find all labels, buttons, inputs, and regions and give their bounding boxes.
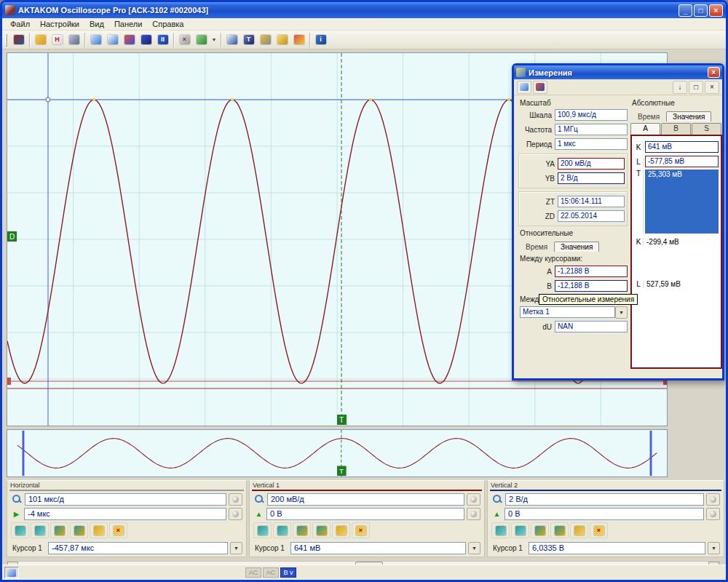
t-value-selected[interactable]: 25,303 мВ (645, 170, 719, 234)
zoom-button[interactable] (87, 32, 104, 48)
vertical1-offset-field[interactable]: 0 В (266, 508, 464, 520)
markers-button[interactable] (193, 32, 210, 48)
overview-strip[interactable]: T (7, 429, 668, 477)
horizontal-cursor1-dropdown[interactable]: ▼ (230, 542, 242, 554)
minimize-button[interactable]: _ (678, 4, 692, 17)
period-field[interactable]: 1 мкс (555, 138, 628, 150)
relative-tab-values[interactable]: Значения (554, 242, 599, 252)
vertical2-offset-field[interactable]: 0 В (505, 508, 704, 520)
menu-help[interactable]: Справка (147, 19, 189, 29)
vertical2-cursor-track-button[interactable] (550, 522, 569, 538)
vertical2-scale-knob[interactable] (706, 493, 720, 506)
yb-field[interactable]: 2 В/д (558, 172, 625, 184)
dock-panel-button[interactable]: ↓ (673, 81, 687, 94)
close-button[interactable]: × (709, 4, 723, 17)
horizontal-offset-field[interactable]: -4 мкс (24, 508, 226, 520)
vertical2-cursor-grid-button[interactable] (570, 522, 588, 538)
du-field[interactable]: NAN (555, 321, 628, 332)
ya-label: YA (521, 160, 558, 168)
meter-button[interactable] (223, 32, 240, 48)
vertical1-cursor-link-button[interactable] (293, 522, 311, 538)
vertical1-offset-knob[interactable] (467, 508, 480, 520)
print-button[interactable] (66, 32, 82, 48)
vertical1-cursor1-field[interactable]: 641 мВ (290, 542, 466, 554)
horizontal-cursor-right-button[interactable] (31, 522, 49, 538)
cursor-a-field[interactable]: -1,2188 В (555, 266, 628, 277)
vertical1-scale-knob[interactable] (467, 493, 480, 506)
horizontal-scale-field[interactable]: 101 мкс/д (25, 493, 226, 506)
open-folder-button[interactable] (32, 32, 49, 48)
maximize-button[interactable]: □ (694, 4, 708, 17)
channel-tab-a[interactable]: A (630, 123, 660, 135)
toolbar-grip[interactable] (5, 33, 7, 47)
spectrum-button[interactable] (121, 32, 138, 48)
show-plot-button[interactable] (517, 81, 531, 94)
vertical1-cursor-track-button[interactable] (312, 522, 331, 538)
vertical2-cursor-link-button[interactable] (531, 522, 549, 538)
horizontal-cursor-clear-button[interactable]: × (109, 522, 127, 538)
close-panel-button[interactable]: × (705, 81, 719, 94)
horizontal-cursor1-field[interactable]: -457,87 мкс (48, 542, 228, 554)
vertical1-cursor-clear-button[interactable]: × (352, 522, 370, 538)
film-button[interactable] (290, 32, 307, 48)
probe-button[interactable]: T (240, 32, 257, 48)
horizontal-offset-knob[interactable] (229, 508, 242, 520)
horizontal-cursor-link-button[interactable] (50, 522, 68, 538)
display-button[interactable] (138, 32, 154, 48)
vertical2-cursor1-field[interactable]: 6,0335 В (529, 542, 705, 554)
vertical1-cursor-left-button[interactable] (253, 522, 272, 538)
cursor-b-field[interactable]: -12,188 В (555, 280, 628, 292)
restore-panel-button[interactable]: □ (689, 81, 703, 94)
overview-waveform[interactable]: T (7, 430, 667, 477)
l-cursor-field[interactable]: -577,85 мВ (645, 156, 719, 167)
menu-settings[interactable]: Настройки (35, 19, 84, 29)
scale-field[interactable]: 100,9 мкс/д (555, 109, 628, 121)
vertical2-offset-knob[interactable] (706, 508, 720, 520)
vertical2-cursor-clear-button[interactable]: × (590, 522, 608, 538)
zt-field[interactable]: 15:06:14.111 (558, 196, 625, 207)
channel-select-dropdown[interactable]: ▼ (615, 306, 628, 319)
channel-select[interactable]: Метка 1 ▼ (520, 306, 628, 319)
vertical1-cursor1-dropdown[interactable]: ▼ (468, 542, 480, 554)
frequency-field[interactable]: 1 МГц (555, 124, 628, 135)
exit-button[interactable] (10, 32, 27, 48)
k2-value[interactable]: -299,4 мВ (644, 237, 719, 247)
k-cursor-field[interactable]: 641 мВ (645, 141, 719, 153)
show-table-button[interactable] (533, 81, 547, 94)
status-badge: АС (245, 567, 261, 578)
horizontal-cursor-track-button[interactable] (70, 522, 88, 538)
hardcopy-button[interactable]: H (49, 32, 66, 48)
horizontal-cursor-grid-button[interactable] (90, 522, 108, 538)
info-button[interactable]: i (312, 32, 329, 48)
titlebar[interactable]: AKTAKOM Oscilloscope Pro [АСК-3102 #0020… (2, 2, 726, 18)
absolute-tab-time[interactable]: Время (632, 112, 665, 121)
dialog-titlebar[interactable]: Измерения × (514, 65, 722, 79)
absolute-tab-values[interactable]: Значения (666, 111, 711, 121)
horizontal-cursor-left-button[interactable] (11, 522, 29, 538)
pause-button[interactable]: II (154, 32, 171, 48)
menu-panels[interactable]: Панели (109, 19, 147, 29)
markers-dropdown-button[interactable]: ▼ (210, 32, 218, 48)
menu-file[interactable]: Файл (5, 19, 35, 29)
vertical1-scale-field[interactable]: 200 мВ/д (267, 493, 464, 506)
vertical2-cursor1-dropdown[interactable]: ▼ (708, 542, 720, 554)
relative-tab-time[interactable]: Время (520, 242, 553, 252)
cursors-button[interactable]: × (176, 32, 193, 48)
zd-field[interactable]: 22.05.2014 (558, 210, 625, 222)
vertical2-scale-field[interactable]: 2 В/д (505, 493, 704, 506)
vertical2-cursor-left-button[interactable] (491, 522, 510, 538)
preview-button[interactable] (104, 32, 121, 48)
channel-select-value[interactable]: Метка 1 (520, 306, 615, 318)
dialog-close-button[interactable]: × (708, 67, 720, 78)
flash-button[interactable] (274, 32, 290, 48)
horizontal-scale-knob[interactable] (229, 493, 242, 506)
ya-field[interactable]: 200 мВ/д (558, 158, 625, 170)
vertical1-cursor-grid-button[interactable] (332, 522, 350, 538)
channel-tab-s[interactable]: S (692, 123, 721, 135)
tuner-button[interactable] (257, 32, 274, 48)
menu-view[interactable]: Вид (84, 19, 109, 29)
vertical1-cursor-right-button[interactable] (273, 522, 291, 538)
channel-tab-b[interactable]: B (661, 123, 691, 135)
l2-value[interactable]: 527,59 мВ (644, 279, 719, 289)
vertical2-cursor-right-button[interactable] (511, 522, 529, 538)
